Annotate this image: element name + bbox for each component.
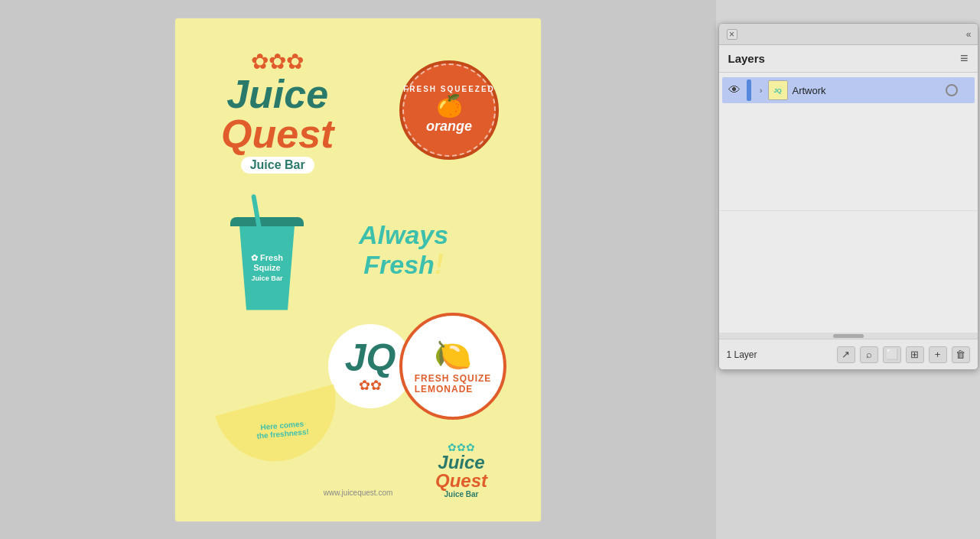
- lemonade-text: Fresh SquizeLemonade: [415, 373, 492, 395]
- cup-label: ✿ FreshSquizeJuice Bar: [251, 253, 283, 284]
- sticker-always-fresh: AlwaysFresh!: [359, 221, 448, 280]
- panel-header: Layers ≡: [719, 45, 978, 73]
- lemon-icon: 🍋: [434, 337, 472, 373]
- layer-visibility-toggle[interactable]: 👁: [725, 81, 744, 99]
- panel-footer: 1 Layer ↗ ⌕ ⬜ ⊞ + 🗑: [719, 339, 978, 369]
- panel-collapse-button[interactable]: «: [966, 29, 970, 40]
- jq-flower-decoration: ✿✿: [359, 377, 382, 394]
- canvas-area: ✿✿✿ Juice Quest Juice Bar FRESH SQUEEZED…: [0, 0, 716, 539]
- jq-bottom-juice: Juice: [435, 453, 487, 472]
- layer-name-label: Artwork: [793, 85, 946, 96]
- layer-color-stripe: [747, 80, 751, 101]
- panel-title: Layers: [728, 52, 765, 65]
- quest-text: Quest: [221, 114, 334, 154]
- layer-row[interactable]: 👁 › JQ Artwork: [722, 77, 975, 103]
- jq-bottom-quest: Quest: [435, 472, 487, 490]
- sticker-jq-bottom: ✿✿✿ Juice Quest Juice Bar: [435, 441, 487, 498]
- panel-titlebar: × «: [719, 24, 978, 45]
- layer-expand-arrow[interactable]: ›: [754, 86, 768, 95]
- panel-scrollbar[interactable]: [719, 333, 978, 339]
- juice-bar-subtitle: Juice Bar: [241, 157, 314, 174]
- juice-text: Juice: [221, 74, 334, 114]
- exclaim-dot: !: [435, 248, 444, 280]
- new-sublayer-button[interactable]: ⊞: [906, 346, 924, 363]
- orange-icon: 🍊: [436, 93, 463, 119]
- badge-top-text: FRESH SQUEEZED: [403, 85, 495, 93]
- sticker-cup: ✿ FreshSquizeJuice Bar: [225, 217, 309, 310]
- chevron-right-icon: ›: [760, 86, 763, 95]
- layer-thumbnail: JQ: [768, 80, 788, 100]
- layer-target-circle[interactable]: [946, 84, 958, 96]
- badge-bottom-text: Orange: [426, 119, 472, 135]
- sticker-lemon-slice: Here comesthe freshness!: [215, 384, 349, 475]
- lemon-wedge-text: Here comesthe freshness!: [256, 419, 309, 440]
- eye-icon: 👁: [728, 83, 741, 97]
- delete-layer-button[interactable]: 🗑: [952, 346, 970, 363]
- new-layer-button[interactable]: +: [929, 346, 947, 363]
- jq-letters: JQ: [345, 339, 396, 377]
- layers-list: 👁 › JQ Artwork: [719, 73, 978, 210]
- artwork-canvas: ✿✿✿ Juice Quest Juice Bar FRESH SQUEEZED…: [174, 18, 542, 522]
- sticker-juice-quest: ✿✿✿ Juice Quest Juice Bar: [221, 49, 334, 174]
- layers-panel-container: × « Layers ≡ 👁 › JQ Artwork: [716, 0, 980, 539]
- jq-bottom-sub: Juice Bar: [435, 490, 487, 498]
- cup-body: ✿ FreshSquizeJuice Bar: [233, 226, 301, 310]
- website-url: www.juicequest.com: [324, 489, 393, 497]
- scrollbar-thumb: [833, 334, 864, 338]
- locate-object-button[interactable]: ⌕: [860, 346, 878, 363]
- layer-count-label: 1 Layer: [727, 349, 757, 360]
- panel-close-button[interactable]: ×: [727, 29, 737, 40]
- badge-lemonade: 🍋 Fresh SquizeLemonade: [399, 313, 506, 420]
- footer-actions: ↗ ⌕ ⬜ ⊞ + 🗑: [837, 346, 970, 363]
- flower-decoration: ✿✿✿: [221, 49, 334, 74]
- layers-empty-area: [719, 210, 978, 333]
- make-clipping-mask-button[interactable]: ↗: [837, 346, 855, 363]
- collect-layer-button[interactable]: ⬜: [883, 346, 901, 363]
- cup-lid: [230, 217, 304, 226]
- panel-menu-icon[interactable]: ≡: [960, 50, 969, 67]
- always-fresh-text: AlwaysFresh!: [359, 221, 448, 280]
- layers-panel-window: × « Layers ≡ 👁 › JQ Artwork: [718, 23, 978, 370]
- badge-fresh-squeezed: FRESH SQUEEZED 🍊 Orange: [399, 60, 499, 160]
